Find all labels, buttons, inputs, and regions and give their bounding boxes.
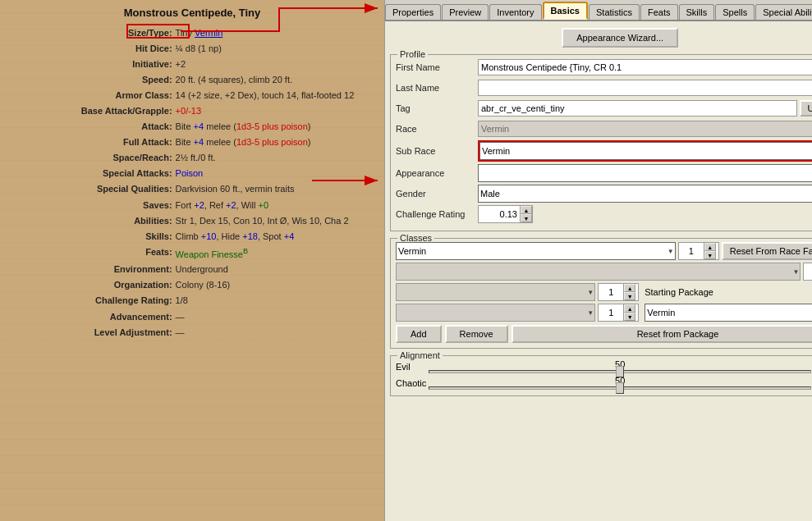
class-select-4[interactable] [396,304,595,322]
table-row: Saves: Fort +2, Ref +2, Will +0 [8,198,376,213]
tab-spells[interactable]: Spells [715,4,755,20]
class-select-1[interactable]: Vermin [396,242,676,260]
stat-label: Environment: [8,262,174,277]
tab-skills[interactable]: Skills [679,4,715,20]
class-select-wrapper-3: ▼ [396,283,595,301]
stat-label: Full Attack: [8,135,174,150]
cr-spin-up[interactable]: ▲ [521,206,532,214]
appearance-select-wrapper: ▼ [478,164,812,182]
stat-value: — [174,325,376,340]
appearance-row: Appearance ▼ [396,164,812,182]
table-row: Challenge Rating: 1/8 [8,293,376,308]
class-spin-up-4[interactable]: ▲ [624,304,635,313]
stat-value: Fort +2, Ref +2, Will +0 [174,198,376,213]
tab-feats[interactable]: Feats [640,4,678,20]
table-row: Size/Type: Tiny Vermin [8,25,376,41]
race-row: Race [396,120,812,138]
appearance-select[interactable] [478,164,812,182]
table-row: Organization: Colony (8-16) [8,277,376,293]
attack-bonus: +4 [194,121,204,131]
cr-input[interactable] [479,208,520,220]
firstname-input[interactable] [478,59,812,75]
gender-select-wrapper: Male Female ▼ [478,185,812,203]
tab-basics[interactable]: Basics [543,2,588,20]
class-level-4[interactable] [599,307,623,318]
class-select-wrapper-4: ▼ [396,304,595,322]
table-row: Special Qualities: Darkvision 60 ft., ve… [8,181,376,197]
evil-good-slider[interactable] [429,370,811,373]
classes-buttons-row: Add Remove Reset from Package [396,325,812,343]
class-spin-1: ▲ ▼ [704,243,716,259]
class-select-3[interactable] [396,283,595,301]
chaotic-lawful-slider[interactable] [429,386,811,390]
stat-value: 14 (+2 size, +2 Dex), touch 14, flat-foo… [174,88,376,103]
tab-preview[interactable]: Preview [442,4,489,20]
subrace-select[interactable]: Vermin [479,142,812,160]
starting-package-select[interactable]: Vermin [645,304,812,322]
table-row: Full Attack: Bite +4 melee (1d3-5 plus p… [8,135,376,150]
classes-group: Classes Vermin ▼ ▲ ▼ [390,238,812,349]
lastname-input[interactable] [478,80,812,96]
reset-race-button[interactable]: Reset From Race Favored [722,242,812,260]
profile-title: Profile [397,49,428,59]
stat-label: Abilities: [8,213,174,229]
stat-value: — [174,309,376,325]
stat-value: +2 [174,57,376,72]
unique-button[interactable]: Unique [800,100,813,117]
class-level-3[interactable] [599,286,623,298]
full-attack-damage: 1d3-5 plus poison [236,137,308,147]
class-level-2[interactable] [804,266,812,277]
fort-save: +2 [194,200,204,210]
table-row: Initiative: +2 [8,57,376,72]
reset-from-package-button[interactable]: Reset from Package [512,325,812,343]
gender-select[interactable]: Male Female [478,185,812,203]
vermin-link[interactable]: Vermin [195,28,222,38]
class-spin-down-3[interactable]: ▼ [624,292,635,300]
appearance-label: Appearance [396,168,478,178]
tab-special-abilit[interactable]: Special Abilit [755,4,812,20]
table-row: Advancement: — [8,309,376,325]
race-label: Race [396,124,478,134]
tag-row: Tag Unique [396,99,812,117]
class-spin-down-4[interactable]: ▼ [624,313,635,321]
cr-label: Challenge Rating [396,209,478,219]
firstname-row: First Name [396,58,812,76]
chaotic-label: Chaotic [396,378,429,388]
cr-number-wrapper: ▲ ▼ [478,205,533,223]
full-attack-bonus: +4 [194,137,204,147]
class-spin-up-1[interactable]: ▲ [704,243,716,251]
stat-label: Initiative: [8,57,174,72]
chaotic-lawful-slider-container: 50 [429,376,811,390]
subrace-label: Sub Race [396,146,478,156]
class-number-3: ▲ ▼ [598,283,639,301]
stat-label: Size/Type: [8,25,174,41]
table-row: Level Adjustment: — [8,325,376,340]
cr-spin-down[interactable]: ▼ [521,214,532,222]
class-spin-down-1[interactable]: ▼ [704,251,716,259]
tag-input[interactable] [478,100,797,117]
tab-properties[interactable]: Properties [385,4,441,20]
remove-class-button[interactable]: Remove [445,325,508,343]
class-level-1[interactable] [679,245,704,257]
table-row: Special Attacks: Poison [8,166,376,181]
appearance-wizard-button[interactable]: Appearance Wizard... [562,28,678,48]
stat-label: Advancement: [8,309,174,325]
stat-value: Underground [174,262,376,277]
ref-save: +2 [226,200,236,210]
add-class-button[interactable]: Add [396,325,442,343]
stat-value: 1/8 [174,293,376,308]
class-select-2[interactable] [396,263,801,281]
tab-statistics[interactable]: Statistics [589,4,640,20]
class-select-wrapper-1: Vermin ▼ [396,242,676,260]
starting-pkg-label-area: Starting Package [641,287,812,297]
table-row: Skills: Climb +10, Hide +18, Spot +4 [8,229,376,245]
class-spin-up-3[interactable]: ▲ [624,284,635,292]
table-row: Base Attack/Grapple: +0/-13 [8,103,376,119]
starting-package-label: Starting Package [645,287,713,297]
chaotic-lawful-row: Chaotic 50 Lawful [396,376,812,390]
starting-pkg-select-wrapper: Vermin ▼ [645,304,812,322]
class-row-4: ▼ ▲ ▼ Vermin ▼ [396,304,812,322]
class-row-3: ▼ ▲ ▼ Starting Package [396,283,812,301]
race-input [478,121,812,137]
tab-inventory[interactable]: Inventory [489,4,541,20]
